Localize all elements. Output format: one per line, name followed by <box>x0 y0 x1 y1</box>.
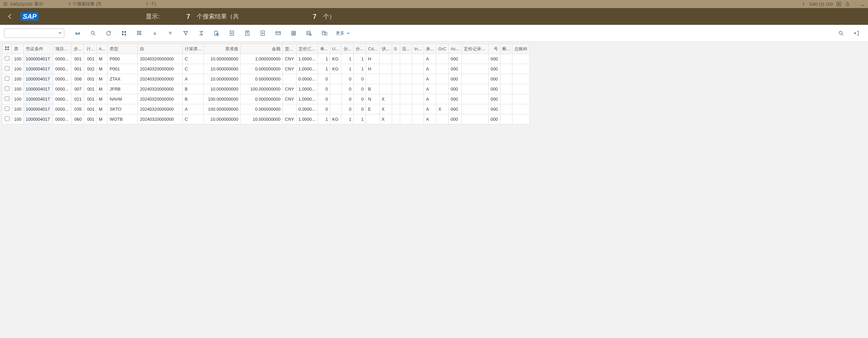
glasses-icon[interactable] <box>70 27 85 39</box>
col-sel[interactable] <box>2 44 12 54</box>
col-item[interactable]: 项目... <box>53 44 71 54</box>
row-select[interactable] <box>5 76 9 81</box>
col-in[interactable]: In... <box>412 44 424 54</box>
col-cnt[interactable]: 计... <box>84 44 96 54</box>
exit-icon[interactable] <box>849 27 864 39</box>
filter-icon[interactable] <box>178 27 193 39</box>
grid-icon[interactable] <box>286 27 301 39</box>
col-n2[interactable]: 分... <box>353 44 366 54</box>
cell-rec <box>462 114 488 124</box>
col-base[interactable]: 基准值 <box>204 44 241 54</box>
grid-variant-icon[interactable] <box>317 27 332 39</box>
col-amt[interactable]: 金额 <box>241 44 283 54</box>
row-select[interactable] <box>5 66 9 71</box>
col-no[interactable]: 号 <box>488 44 500 54</box>
back-button[interactable] <box>6 12 14 21</box>
sort-asc-icon[interactable] <box>148 27 162 39</box>
col-gl[interactable]: 总账科 <box>513 44 530 54</box>
col-from[interactable]: 自 <box>138 44 183 54</box>
col-a[interactable]: A... <box>96 44 107 54</box>
cell-a: M <box>96 64 107 74</box>
table-row[interactable]: 10010000040170000...006001MZTAX202403200… <box>2 74 530 84</box>
cell-type: P001 <box>107 64 138 74</box>
cell-gl <box>513 64 530 74</box>
system-bar: S4D(3)/100 显示: 7 个搜索结果 (共 7 个) S4D (3) 1… <box>0 0 868 8</box>
cell-type: NAVM <box>107 94 138 104</box>
grid-settings-icon[interactable] <box>302 27 316 39</box>
col-cls[interactable]: 类 <box>12 44 24 54</box>
cell-n1: 1 <box>341 54 353 64</box>
col-src[interactable]: 来... <box>424 44 436 54</box>
cell-acct <box>500 94 513 104</box>
command-input[interactable] <box>4 29 64 38</box>
col-step[interactable]: 步... <box>71 44 84 54</box>
table-row[interactable]: 10010000040170000...021001MNAVM202403200… <box>2 94 530 104</box>
chevron-right-icon[interactable] <box>801 1 806 7</box>
cell-rate: 0.0000... <box>296 104 318 114</box>
col-cd[interactable]: Cd... <box>366 44 379 54</box>
cell-doc: 1000004017 <box>24 54 53 64</box>
play-icon[interactable] <box>836 1 841 7</box>
col-unit[interactable]: 单... <box>318 44 330 54</box>
col-s[interactable]: S <box>392 44 400 54</box>
table-row[interactable]: 10010000040170000...035001MSKTO202403200… <box>2 104 530 114</box>
cell-rate: 0.0000... <box>296 74 318 84</box>
cell-uom: KG <box>330 64 341 74</box>
col-acct[interactable]: 帐... <box>500 44 513 54</box>
cell-uom <box>330 84 341 94</box>
col-rate[interactable]: 定价汇... <box>296 44 318 54</box>
minimize-icon[interactable] <box>860 1 865 7</box>
table-row[interactable]: 10010000040170000...001001MP000202403200… <box>2 54 530 64</box>
row-select[interactable] <box>5 56 9 61</box>
unlock-icon[interactable] <box>845 1 850 7</box>
row-select[interactable] <box>5 116 9 121</box>
col-n1[interactable]: 分... <box>341 44 353 54</box>
menu-icon[interactable] <box>3 1 8 7</box>
table-row[interactable]: 10010000040170000...060001MWOTB202403200… <box>2 114 530 124</box>
col-cur[interactable]: 货... <box>283 44 296 54</box>
col-st[interactable]: 状... <box>379 44 392 54</box>
cell-acct <box>500 54 513 64</box>
refresh-icon[interactable] <box>101 27 116 39</box>
cell-cur: CNY <box>283 94 296 104</box>
cell-n2: 1 <box>353 64 366 74</box>
svg-point-44 <box>839 31 842 34</box>
row-select[interactable] <box>5 96 9 101</box>
col-type[interactable]: 类型 <box>107 44 138 54</box>
cell-rate: 1.0000... <box>296 54 318 64</box>
cell-base: 10.000000000 <box>204 84 241 94</box>
col-ac[interactable]: Ac... <box>448 44 462 54</box>
table-row[interactable]: 10010000040170000...007001MJFRB202403200… <box>2 84 530 94</box>
export-text-icon[interactable] <box>240 27 255 39</box>
row-select[interactable] <box>5 106 9 111</box>
zoom-icon[interactable] <box>86 27 100 39</box>
cell-acct <box>500 64 513 74</box>
cell-src: A <box>424 54 436 64</box>
cell-from: 20240320000000 <box>138 54 183 64</box>
col-uom[interactable]: U... <box>330 44 341 54</box>
svg-rect-43 <box>325 32 327 35</box>
find-icon[interactable] <box>209 27 224 39</box>
select-layout-icon[interactable] <box>117 27 131 39</box>
table-row[interactable]: 10010000040170000...001002MP001202403200… <box>2 64 530 74</box>
mail-icon[interactable] <box>271 27 285 39</box>
result-table[interactable]: 类凭证条件项目...步...计...A...类型自计算类...基准值金额货...… <box>2 43 530 124</box>
svg-rect-32 <box>291 31 296 35</box>
col-grc[interactable]: GrC <box>436 44 448 54</box>
export-excel-icon[interactable] <box>224 27 239 39</box>
sum-icon[interactable] <box>194 27 209 39</box>
col-rec[interactable]: 定价记录... <box>462 44 488 54</box>
row-select[interactable] <box>5 86 9 91</box>
change-layout-icon[interactable] <box>132 27 147 39</box>
cell-type: SKTO <box>107 104 138 114</box>
cell-uom <box>330 74 341 84</box>
more-menu[interactable]: 更多 <box>333 30 354 36</box>
sort-desc-icon[interactable] <box>163 27 178 39</box>
col-app[interactable]: 应... <box>400 44 412 54</box>
export-file-icon[interactable] <box>255 27 270 39</box>
search-icon[interactable] <box>834 27 848 39</box>
cell-acct <box>500 74 513 84</box>
col-doc[interactable]: 凭证条件 <box>24 44 53 54</box>
cell-rec <box>462 84 488 94</box>
col-calc[interactable]: 计算类... <box>183 44 204 54</box>
